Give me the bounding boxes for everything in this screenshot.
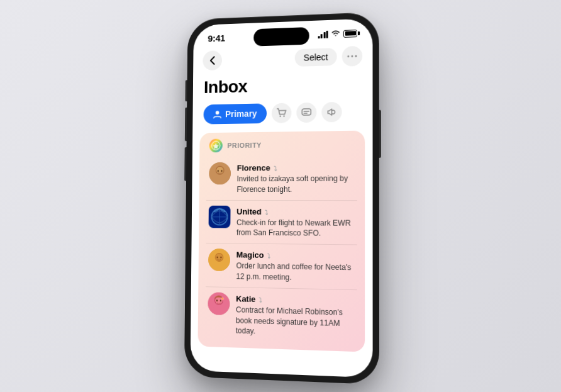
tab-primary-label: Primary (225, 108, 257, 119)
tab-messages[interactable] (296, 102, 316, 122)
email-item-united[interactable]: United ⤵ Check-in for flight to Newark E… (206, 200, 357, 245)
signal-icon (318, 30, 328, 38)
cart-icon (277, 108, 287, 118)
select-button[interactable]: Select (295, 48, 337, 67)
svg-point-5 (284, 115, 285, 116)
email-sender-katie: Katie ⤵ (236, 293, 264, 303)
phone-screen: 9:41 (191, 18, 373, 378)
tab-primary[interactable]: Primary (203, 103, 267, 124)
tab-shopping[interactable] (272, 103, 292, 123)
back-button[interactable] (203, 50, 222, 70)
email-sender-magico: Magico ⤵ (236, 250, 272, 260)
svg-point-1 (351, 55, 353, 57)
priority-header: PRIORITY (207, 137, 357, 152)
power-button[interactable] (379, 109, 381, 157)
svg-point-0 (347, 55, 349, 57)
chat-icon (301, 107, 311, 117)
more-button[interactable] (342, 45, 362, 66)
email-content-katie: Katie ⤵ Contract for Michael Robinson's … (236, 292, 355, 340)
siri-suggest-icon-3: ⤵ (267, 252, 270, 259)
email-sender-florence: Florence ⤵ (237, 163, 278, 172)
email-content-united: United ⤵ Check-in for flight to Newark E… (236, 205, 355, 239)
svg-point-4 (280, 115, 281, 116)
email-sender-united: United ⤵ (236, 206, 269, 216)
email-content-florence: Florence ⤵ Invited to izakaya soft openi… (236, 161, 354, 194)
person-icon (213, 109, 222, 118)
email-item-magico[interactable]: Magico ⤵ Order lunch and coffee for Neet… (206, 244, 357, 290)
priority-card: PRIORITY (197, 130, 365, 352)
avatar-katie (208, 292, 230, 315)
wifi-icon (331, 29, 340, 38)
volume-up-button[interactable] (185, 107, 187, 140)
avatar-united (209, 205, 231, 228)
siri-suggest-icon-4: ⤵ (259, 296, 262, 303)
email-item-katie[interactable]: Katie ⤵ Contract for Michael Robinson's … (205, 286, 357, 345)
battery-icon (343, 29, 357, 37)
svg-point-3 (216, 111, 219, 115)
email-item-florence[interactable]: Florence ⤵ Invited to izakaya soft openi… (206, 156, 357, 201)
siri-suggest-icon-2: ⤵ (265, 208, 268, 215)
priority-label: PRIORITY (227, 141, 261, 148)
page-title: Inbox (193, 70, 373, 104)
priority-icon (209, 138, 223, 152)
email-preview-florence: Invited to izakaya soft opening by Flore… (236, 173, 354, 194)
scene: 9:41 (0, 0, 561, 392)
svg-point-2 (355, 55, 357, 57)
status-time: 9:41 (208, 32, 225, 43)
email-preview-katie: Contract for Michael Robinson's book nee… (236, 305, 355, 340)
email-content-magico: Magico ⤵ Order lunch and coffee for Neet… (236, 249, 354, 284)
email-preview-united: Check-in for flight to Newark EWR from S… (236, 217, 355, 239)
avatar-florence (209, 162, 231, 184)
email-preview-magico: Order lunch and coffee for Neeta's 12 p.… (236, 260, 354, 284)
status-icons (318, 28, 357, 39)
dynamic-island (253, 26, 309, 46)
category-tabs: Primary (192, 101, 372, 133)
volume-down-button[interactable] (184, 147, 186, 181)
avatar-magico (208, 249, 230, 271)
tab-promotions[interactable] (321, 101, 342, 122)
megaphone-icon (326, 107, 336, 117)
nav-right-actions: Select (295, 45, 362, 67)
siri-suggest-icon-1: ⤵ (274, 165, 277, 172)
phone-frame: 9:41 (184, 11, 379, 384)
